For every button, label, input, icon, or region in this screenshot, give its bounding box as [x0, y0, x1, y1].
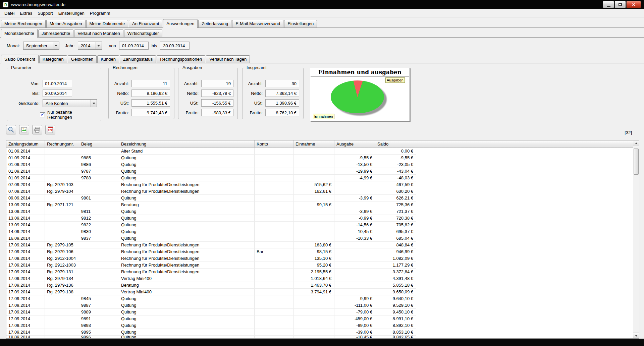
table-cell: 9.450,10 € [375, 309, 416, 315]
monat-select[interactable]: September [23, 42, 59, 50]
print-button[interactable] [32, 125, 42, 134]
paid-only-checkbox[interactable]: ✔ [40, 112, 45, 117]
menu-einstellungen[interactable]: Einstellungen [56, 10, 87, 17]
tab-einstellungen[interactable]: Einstellungen [284, 20, 317, 27]
tab-kunden[interactable]: Kunden [97, 55, 119, 63]
table-row[interactable]: 01.09.20149886Quitung-13,50 €-23,05 € [6, 161, 416, 168]
table-row[interactable]: 14.09.20149830Quitung-10,45 €695,37 € [6, 228, 416, 235]
scroll-down-button[interactable] [633, 333, 639, 338]
scrollbar-thumb[interactable] [634, 149, 639, 175]
table-cell [255, 282, 293, 288]
table-row[interactable]: 16.09.20149837Quitung-10,33 €685,04 € [6, 235, 416, 242]
table-row[interactable]: 13.09.20149822Quitung-14,56 €705,82 € [6, 222, 416, 228]
table-row[interactable]: 01.09.20149885Quitung-9,55 €-9,55 € [6, 155, 416, 161]
column-header-konto[interactable]: Konto [255, 140, 293, 148]
tab-meine-rechnungen[interactable]: Meine Rechnungen [1, 20, 46, 27]
table-row[interactable]: 13.09.20149811Quitung-3,99 €721,37 € [6, 208, 416, 215]
table-row[interactable]: 01.09.2014Alter Stand0,00 € [6, 148, 416, 155]
window-title: www.rechnungsverwalter.de [11, 2, 65, 7]
table-cell [255, 155, 293, 161]
scroll-up-button[interactable] [633, 140, 639, 146]
field-label-netto: Netto: [182, 91, 201, 96]
menu-extras[interactable]: Extras [17, 10, 35, 17]
menu-support[interactable]: Support [35, 10, 56, 17]
table-row[interactable]: 01.09.20149787Quitung-19,99 €-43,04 € [6, 168, 416, 175]
tab-geldkonten[interactable]: Geldkonten [68, 55, 97, 63]
table-cell: Quitung [119, 329, 255, 335]
column-header-ausgabe[interactable]: Ausgabe [334, 140, 375, 148]
column-header-zahlungsdatum[interactable]: Zahlungsdatum [6, 140, 45, 148]
close-button[interactable]: ✕ [626, 1, 641, 8]
tab-meine-dokumente[interactable]: Meine Dokumente [86, 20, 128, 27]
zoom-button[interactable] [6, 125, 16, 134]
minimize-icon [607, 6, 610, 7]
geldkonto-select[interactable]: Alle Konten [43, 99, 97, 107]
table-row[interactable]: 18.09.20149896Quitung-10,45 €8.842,65 € [6, 336, 416, 339]
pdf-button[interactable]: PDF [45, 125, 55, 134]
table-row[interactable]: 17.09.20149895Quitung-39,00 €8.853,10 € [6, 329, 416, 336]
tab-verlauf-nach-monaten[interactable]: Verlauf nach Monaten [74, 30, 123, 37]
tab-zeiterfassung[interactable]: Zeiterfassung [198, 20, 231, 27]
table-row[interactable]: 17.09.2014Rg. 2912-1003Rechnung für Prod… [6, 262, 416, 269]
table-row[interactable]: 17.09.20149891Quitung-459,00 €8.991,10 € [6, 315, 416, 322]
bis-date-field[interactable]: 30.09.2014 [160, 42, 190, 50]
jahr-select[interactable]: 2014 [78, 42, 102, 50]
table-row[interactable]: 13.09.2014Rg. 2971-121Beratung99,15 €725… [6, 201, 416, 208]
table-row[interactable]: 17.09.2014Rg. 2979-136Beratung1.463,70 €… [6, 282, 416, 289]
column-header-rechnungsnr[interactable]: Rechnungsnr. [45, 140, 79, 148]
table-row[interactable]: 17.09.2014Rg. 2912-1004Rechnung für Prod… [6, 255, 416, 262]
column-header-bezeichnung[interactable]: Bezeichnung [119, 140, 255, 148]
table-cell [79, 148, 119, 154]
tab-kategorien[interactable]: Kategorien [39, 55, 67, 63]
table-row[interactable]: 01.09.20149788Quitung-4,99 €-48,03 € [6, 175, 416, 181]
column-header-einnahme[interactable]: Einnahme [293, 140, 334, 148]
table-row[interactable]: 17.09.20149889Quitung-79,00 €9.450,10 € [6, 309, 416, 315]
field-value-netto: 8.186,92 € [131, 90, 170, 97]
table-cell: 17.09.2014 [6, 248, 45, 255]
table-row[interactable]: 17.09.20149893Quitung-99,00 €8.892,10 € [6, 322, 416, 329]
table-row[interactable]: 17.09.20149845Quitung-9,99 €9.640,10 € [6, 295, 416, 302]
table-row[interactable]: 13.09.20149812Quitung-0,99 €720,38 € [6, 215, 416, 222]
von-date-field[interactable]: 01.09.2014 [119, 42, 149, 50]
table-row[interactable]: 17.09.2014Rg. 2979-131Rechnung für Produ… [6, 269, 416, 275]
von-input[interactable]: 01.09.2014 [43, 80, 72, 87]
close-icon: ✕ [632, 2, 635, 7]
table-row[interactable]: 17.09.2014Rg. 2979-138Vertrag Mini4003.7… [6, 289, 416, 295]
table-row[interactable]: 07.09.2014Rg. 2979-103Rechnung für Produ… [6, 181, 416, 188]
table-cell: Quitung [119, 222, 255, 228]
tab-rechnungspositionen[interactable]: Rechnungspositionen [157, 55, 205, 63]
minimize-button[interactable] [603, 1, 614, 8]
vertical-scrollbar[interactable] [633, 140, 639, 338]
table-row[interactable]: 17.09.2014Rg. 2979-134Vertrag Mini4001.0… [6, 275, 416, 282]
table-row[interactable]: 17.09.2014Rg. 2979-106Rechnung für Produ… [6, 248, 416, 255]
table-cell: 725,36 € [375, 201, 416, 208]
menu-programm[interactable]: Programm [87, 10, 113, 17]
table-cell [334, 262, 375, 268]
tab-saldo-ubersicht[interactable]: Saldo Übersicht [1, 55, 39, 63]
maximize-button[interactable] [614, 1, 626, 8]
table-cell: 17.09.2014 [6, 322, 45, 329]
tab-an-finanzamt[interactable]: An Finanzamt [129, 20, 162, 27]
tab-wirtschaftsguter[interactable]: Wirtschaftsgüter [124, 30, 162, 37]
field-value-brutto: -980,33 € [201, 109, 233, 116]
column-header-saldo[interactable]: Saldo [375, 140, 416, 148]
table-row[interactable]: 17.09.2014Rg. 2979-105Rechnung für Produ… [6, 242, 416, 248]
table-cell [255, 269, 293, 275]
table-row[interactable]: 17.09.20149887Quitung-111,00 €9.529,10 € [6, 302, 416, 309]
table-cell [334, 282, 375, 288]
tab-meine-ausgaben[interactable]: Meine Ausgaben [46, 20, 86, 27]
table-cell: 2.195,55 € [293, 269, 334, 275]
column-header-beleg[interactable]: Beleg [79, 140, 119, 148]
menu-datei[interactable]: Datei [2, 10, 17, 17]
table-cell: 98,15 € [293, 248, 334, 255]
tab-jahresberichte[interactable]: Jahresberichte [38, 30, 73, 37]
tab-zahlungsstatus[interactable]: Zahlungsstatus [120, 55, 156, 63]
tab-monatsberichte[interactable]: Monatsberichte [1, 29, 38, 38]
tab-e-mail-massenversand[interactable]: E-Mail-Massenversand [232, 20, 283, 27]
bis-input[interactable]: 30.09.2014 [43, 90, 72, 97]
table-row[interactable]: 07.09.2014Rg. 2979-104Rechnung für Produ… [6, 188, 416, 195]
tab-auswertungen[interactable]: Auswertungen [163, 19, 198, 28]
table-row[interactable]: 09.09.20149801Quitung-3,99 €626,21 € [6, 195, 416, 201]
export-chart-button[interactable] [19, 125, 29, 134]
tab-verlauf-nach-tagen[interactable]: Verlauf nach Tagen [206, 55, 250, 63]
